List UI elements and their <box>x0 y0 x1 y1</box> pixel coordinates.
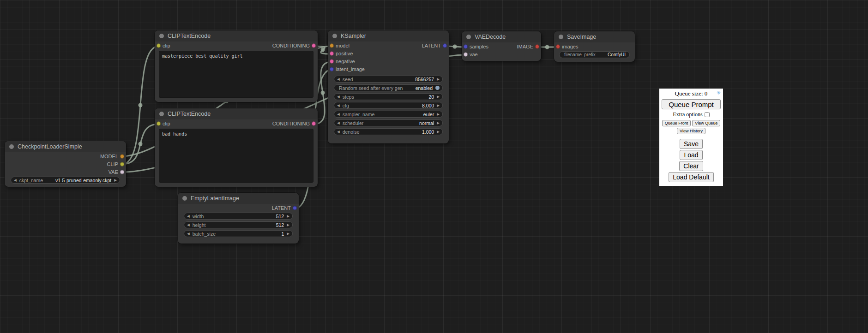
increment-icon[interactable]: ▶ <box>114 178 117 182</box>
node-status-dot[interactable] <box>559 35 563 39</box>
node-title-bar[interactable]: VAEDecode <box>462 31 541 42</box>
port-row: images <box>554 42 635 50</box>
node-vae-decode[interactable]: VAEDecode samples IMAGE vae <box>462 31 541 61</box>
decrement-icon[interactable]: ◀ <box>337 77 340 81</box>
node-status-dot[interactable] <box>159 112 164 116</box>
widget-sampler-name[interactable]: ◀ sampler_name euler ▶ <box>334 111 443 118</box>
node-graph-canvas[interactable]: CheckpointLoaderSimple MODEL CLIP VAE ◀ … <box>0 0 868 333</box>
output-port-vae[interactable] <box>120 170 124 174</box>
queue-prompt-button[interactable]: Queue Prompt <box>662 99 721 109</box>
node-status-dot[interactable] <box>159 34 164 38</box>
input-label-negative: negative <box>336 59 355 64</box>
increment-icon[interactable]: ▶ <box>437 104 440 107</box>
increment-icon[interactable]: ▶ <box>437 130 440 134</box>
node-status-dot[interactable] <box>466 35 471 39</box>
widget-steps[interactable]: ◀ steps 20 ▶ <box>334 93 443 100</box>
prompt-textarea[interactable]: bad hands <box>159 129 313 183</box>
node-clip-text-encode-negative[interactable]: CLIPTextEncode clip CONDITIONING bad han… <box>155 108 318 187</box>
node-empty-latent-image[interactable]: EmptyLatentImage LATENT ◀ width 512 ▶ ◀ … <box>178 193 299 244</box>
widget-seed[interactable]: ◀ seed 8566257 ▶ <box>334 76 443 83</box>
input-port-clip[interactable] <box>157 121 161 125</box>
port-row: CLIP <box>5 160 126 168</box>
settings-icon[interactable]: ✳ <box>717 90 721 95</box>
clear-button[interactable]: Clear <box>679 161 703 171</box>
save-button[interactable]: Save <box>680 139 703 149</box>
view-queue-button[interactable]: View Queue <box>692 120 720 126</box>
input-port-images[interactable] <box>556 44 560 48</box>
increment-icon[interactable]: ▶ <box>287 232 289 236</box>
port-row: LATENT <box>178 204 299 212</box>
input-port-model[interactable] <box>330 43 334 48</box>
node-title-bar[interactable]: CheckpointLoaderSimple <box>5 141 126 152</box>
widget-label: sampler_name <box>343 112 374 117</box>
link-midpoint-dot <box>139 142 143 146</box>
decrement-icon[interactable]: ◀ <box>187 223 190 227</box>
widget-ckpt-name[interactable]: ◀ ckpt_name v1-5-pruned-emaonly.ckpt ▶ <box>11 177 120 184</box>
node-save-image[interactable]: SaveImage images filename_prefix ComfyUI <box>554 31 635 62</box>
widget-value: euler <box>423 112 434 117</box>
load-default-button[interactable]: Load Default <box>669 172 713 182</box>
link-midpoint-dot <box>321 48 325 52</box>
widget-denoise[interactable]: ◀ denoise 1.000 ▶ <box>334 128 443 135</box>
input-port-vae[interactable] <box>464 52 468 56</box>
widget-height[interactable]: ◀ height 512 ▶ <box>184 221 293 228</box>
decrement-icon[interactable]: ◀ <box>14 178 17 182</box>
output-port-latent[interactable] <box>443 43 447 48</box>
widget-value: normal <box>419 120 434 126</box>
queue-front-button[interactable]: Queue Front <box>662 120 691 126</box>
widget-scheduler[interactable]: ◀ scheduler normal ▶ <box>334 119 443 126</box>
widget-width[interactable]: ◀ width 512 ▶ <box>184 213 293 220</box>
increment-icon[interactable]: ▶ <box>437 77 440 81</box>
input-port-clip[interactable] <box>157 43 161 48</box>
output-port-clip[interactable] <box>120 162 124 166</box>
node-clip-text-encode-positive[interactable]: CLIPTextEncode clip CONDITIONING masterp… <box>155 30 318 102</box>
output-port-image[interactable] <box>535 44 539 48</box>
output-port-latent[interactable] <box>293 206 297 210</box>
node-status-dot[interactable] <box>332 34 337 38</box>
widget-random-seed-toggle[interactable]: Random seed after every gen enabled <box>334 84 443 91</box>
decrement-icon[interactable]: ◀ <box>187 232 190 236</box>
queue-size-label: Queue size: 0 <box>675 90 708 97</box>
input-label-clip: clip <box>163 121 170 126</box>
node-title-bar[interactable]: SaveImage <box>554 31 635 42</box>
node-title-bar[interactable]: KSampler <box>328 30 449 42</box>
output-label-vae: VAE <box>108 169 118 175</box>
output-port-conditioning[interactable] <box>312 43 316 48</box>
node-checkpoint-loader-simple[interactable]: CheckpointLoaderSimple MODEL CLIP VAE ◀ … <box>5 141 126 187</box>
link-midpoint-dot <box>545 45 549 49</box>
prompt-textarea[interactable]: masterpiece best quality girl <box>159 51 313 98</box>
decrement-icon[interactable]: ◀ <box>337 104 340 107</box>
increment-icon[interactable]: ▶ <box>437 121 440 125</box>
decrement-icon[interactable]: ◀ <box>337 113 340 116</box>
increment-icon[interactable]: ▶ <box>437 95 440 99</box>
node-status-dot[interactable] <box>182 196 187 201</box>
node-title-bar[interactable]: CLIPTextEncode <box>155 108 318 119</box>
widget-cfg[interactable]: ◀ cfg 8.000 ▶ <box>334 102 443 109</box>
decrement-icon[interactable]: ◀ <box>337 95 340 99</box>
input-port-latent-image[interactable] <box>330 67 334 71</box>
increment-icon[interactable]: ▶ <box>287 214 289 218</box>
widget-filename-prefix[interactable]: filename_prefix ComfyUI <box>559 51 630 58</box>
node-status-dot[interactable] <box>9 144 14 149</box>
extra-options-checkbox[interactable] <box>705 112 710 117</box>
load-button[interactable]: Load <box>680 150 702 160</box>
increment-icon[interactable]: ▶ <box>287 223 289 227</box>
port-row: latent_image <box>328 65 449 73</box>
decrement-icon[interactable]: ◀ <box>187 214 190 218</box>
input-port-positive[interactable] <box>330 51 334 55</box>
input-port-samples[interactable] <box>464 44 468 48</box>
decrement-icon[interactable]: ◀ <box>337 121 340 125</box>
increment-icon[interactable]: ▶ <box>437 113 440 116</box>
output-port-conditioning[interactable] <box>312 121 316 125</box>
menu-header: Queue size: 0 ✳ <box>661 90 721 97</box>
output-port-model[interactable] <box>120 154 124 158</box>
node-title-bar[interactable]: EmptyLatentImage <box>178 193 299 204</box>
view-history-button[interactable]: View History <box>677 128 705 134</box>
node-ksampler[interactable]: KSampler model LATENT positive negative … <box>328 30 449 143</box>
toggle-on-dot[interactable] <box>435 86 440 90</box>
decrement-icon[interactable]: ◀ <box>337 130 340 134</box>
widget-batch-size[interactable]: ◀ batch_size 1 ▶ <box>184 230 293 237</box>
node-title-bar[interactable]: CLIPTextEncode <box>155 30 318 42</box>
node-title: VAEDecode <box>475 34 506 40</box>
input-port-negative[interactable] <box>330 59 334 63</box>
